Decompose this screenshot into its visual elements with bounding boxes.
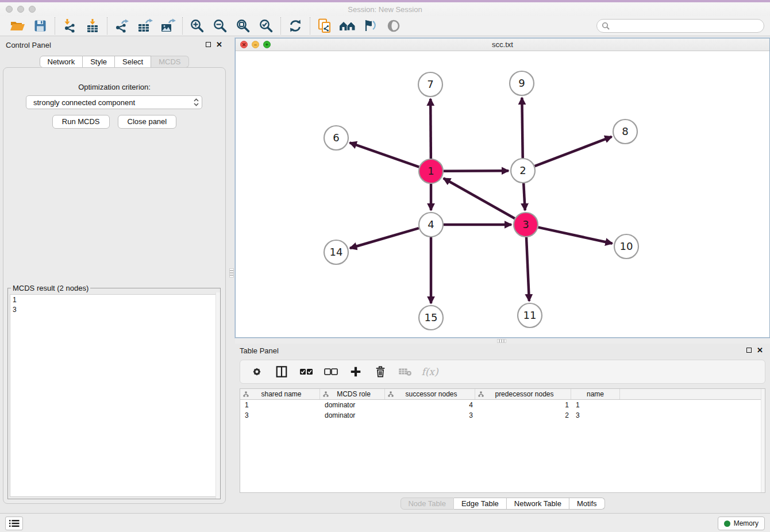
toolbar-separator: [55, 17, 55, 34]
close-panel-icon[interactable]: ✕: [216, 41, 222, 48]
graph-edge-1-6[interactable]: [350, 142, 419, 167]
import-network-button[interactable]: [58, 17, 81, 35]
cell-successor-nodes[interactable]: 3: [385, 411, 475, 421]
delete-table-icon: [398, 367, 412, 377]
column-header-shared-name[interactable]: shared name: [240, 389, 320, 399]
graph-edge-1-7[interactable]: [430, 99, 431, 159]
tab-node-table[interactable]: Node Table: [400, 498, 454, 510]
float-panel-icon[interactable]: [206, 42, 211, 47]
node-table[interactable]: shared name MCDS role successor nodes pr…: [240, 388, 765, 493]
hierarchy-icon: [478, 391, 484, 397]
run-mcds-button[interactable]: Run MCDS: [52, 115, 110, 129]
cell-successor-nodes[interactable]: 4: [385, 401, 475, 410]
clone-network-button[interactable]: [313, 17, 336, 35]
edge-layer: [350, 98, 613, 303]
delete-column-button[interactable]: [373, 364, 388, 379]
network-window-title: scc.txt: [236, 40, 769, 49]
trash-icon: [375, 365, 386, 378]
hierarchy-icon: [323, 391, 329, 397]
tab-motifs[interactable]: Motifs: [569, 498, 605, 510]
control-panel-tabs: Network Style Select MCDS: [39, 56, 188, 68]
table-panel-header: Table Panel ✕: [235, 345, 770, 357]
column-header-mcds-role[interactable]: MCDS role: [320, 389, 385, 399]
list-icon: [9, 519, 20, 527]
graph-edge-2-3[interactable]: [523, 183, 525, 210]
memory-button[interactable]: Memory: [718, 516, 765, 530]
column-header-successor-nodes[interactable]: successor nodes: [385, 389, 475, 399]
toggle-panel-layout-button[interactable]: [274, 364, 289, 379]
graph-edge-4-14[interactable]: [350, 228, 419, 248]
import-network-icon: [62, 18, 77, 33]
graph-edge-3-10[interactable]: [538, 228, 612, 244]
graph-node-label-6: 6: [333, 132, 339, 144]
zoom-in-button[interactable]: [186, 17, 209, 35]
unselect-all-columns-button[interactable]: [324, 364, 338, 379]
cell-name[interactable]: 1: [571, 401, 620, 410]
tab-edge-table[interactable]: Edge Table: [454, 498, 507, 510]
close-panel-icon[interactable]: ✕: [757, 347, 763, 353]
create-column-button[interactable]: [348, 364, 363, 379]
result-scrollbar[interactable]: [215, 292, 220, 499]
zoom-out-button[interactable]: [209, 17, 232, 35]
tab-network-table[interactable]: Network Table: [507, 498, 569, 510]
hierarchy-icon: [243, 391, 249, 397]
cell-predecessor-nodes[interactable]: 1: [475, 401, 571, 410]
float-panel-icon[interactable]: [746, 348, 752, 353]
graph-edge-3-1[interactable]: [444, 178, 515, 218]
import-table-icon: [85, 18, 100, 33]
tab-mcds[interactable]: MCDS: [151, 56, 188, 68]
graph-node-label-7: 7: [427, 78, 433, 90]
main-titlebar: Session: New Session: [0, 2, 770, 16]
criterion-dropdown[interactable]: strongly connected component: [26, 95, 202, 109]
hierarchy-icon: [388, 391, 394, 397]
zoom-fit-button[interactable]: [232, 17, 255, 35]
close-panel-button[interactable]: Close panel: [118, 115, 177, 129]
birds-eye-view-button[interactable]: [382, 17, 405, 35]
import-table-button[interactable]: [81, 17, 104, 35]
vertical-splitter[interactable]: [228, 36, 235, 513]
graph-edge-2-8[interactable]: [535, 137, 612, 166]
tab-select[interactable]: Select: [115, 56, 151, 68]
graphics-details-button[interactable]: [359, 17, 382, 35]
cell-mcds-role[interactable]: dominator: [320, 411, 385, 421]
table-toolbar: f(x): [240, 360, 765, 384]
cell-mcds-role[interactable]: dominator: [320, 401, 385, 410]
tab-style[interactable]: Style: [83, 56, 115, 68]
open-file-button[interactable]: [6, 17, 29, 35]
save-icon: [33, 19, 47, 33]
graph-edge-3-11[interactable]: [526, 237, 529, 301]
export-table-button[interactable]: [133, 17, 156, 35]
table-settings-button[interactable]: [249, 364, 264, 379]
refresh-view-button[interactable]: [284, 17, 307, 35]
export-image-button[interactable]: [156, 17, 179, 35]
home-button[interactable]: [336, 17, 359, 35]
table-row[interactable]: 3 dominator 3 2 3: [240, 411, 765, 421]
column-header-name[interactable]: name: [571, 389, 620, 399]
task-history-button[interactable]: [5, 516, 23, 530]
table-row[interactable]: 1 dominator 4 1 1: [240, 401, 765, 410]
tab-network[interactable]: Network: [39, 56, 83, 68]
search-input[interactable]: [596, 19, 764, 33]
toolbar-separator: [107, 17, 107, 34]
save-session-button[interactable]: [29, 17, 52, 35]
network-window-titlebar[interactable]: ✕ − + scc.txt: [236, 38, 769, 51]
cell-name[interactable]: 3: [571, 411, 620, 421]
graph-edge-1-2[interactable]: [444, 171, 509, 171]
splitter-grip[interactable]: [497, 339, 506, 343]
column-header-predecessor-nodes[interactable]: predecessor nodes: [475, 389, 571, 399]
cell-shared-name[interactable]: 3: [240, 411, 320, 421]
delete-table-button[interactable]: [398, 364, 413, 379]
zoom-selected-button[interactable]: [255, 17, 278, 35]
function-builder-button[interactable]: f(x): [422, 364, 437, 379]
network-canvas[interactable]: 7968124314101511: [236, 51, 769, 337]
graph-node-label-15: 15: [425, 311, 438, 323]
splitter-grip[interactable]: [229, 268, 234, 277]
select-all-columns-button[interactable]: [299, 364, 314, 379]
cell-shared-name[interactable]: 1: [240, 401, 320, 410]
export-network-button[interactable]: [110, 17, 133, 35]
graph-edge-2-9[interactable]: [522, 98, 522, 158]
horizontal-splitter[interactable]: [235, 338, 770, 344]
table-scrollbar[interactable]: [761, 389, 765, 492]
cell-predecessor-nodes[interactable]: 2: [475, 411, 571, 421]
mcds-result-text[interactable]: 1 3: [10, 294, 218, 497]
